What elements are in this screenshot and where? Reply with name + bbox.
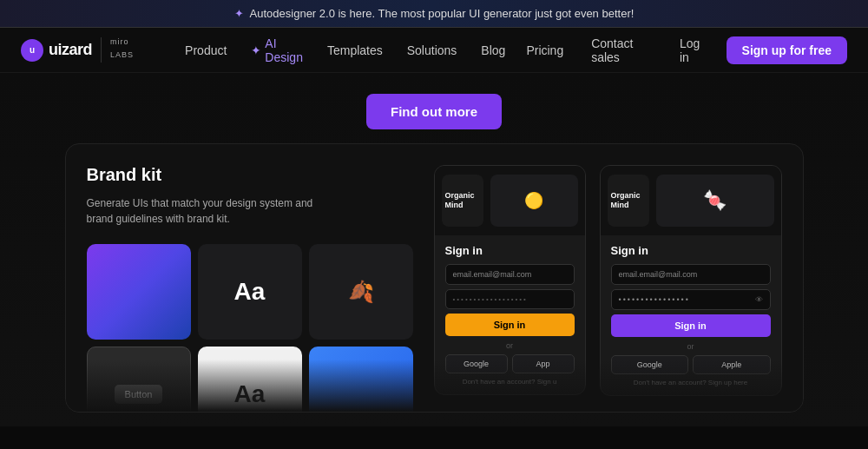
ornament-icon: 🍂 (348, 280, 374, 304)
organic-illustration-large: 🍬 (656, 175, 774, 227)
password-dots-large: •••••••••••••••• (619, 295, 753, 304)
design-card-button-dark: Button (87, 347, 191, 413)
aa-text-white: Aa (234, 380, 266, 408)
social-buttons-small: Google App (445, 354, 575, 373)
brand-kit-section: Brand kit Generate UIs that match your d… (87, 165, 413, 412)
apple-button-small[interactable]: App (512, 354, 575, 373)
signin-button-yellow[interactable]: Sign in (445, 314, 575, 336)
nav-item-solutions[interactable]: Solutions (397, 38, 468, 63)
sparkle-icon: ✦ (234, 7, 244, 20)
signin-email-small: email.email@mail.com (445, 264, 575, 285)
organic-mind-logo-small: Organic Mind (442, 175, 483, 227)
signin-title-large: Sign in (611, 244, 771, 257)
main-content-card: Brand kit Generate UIs that match your d… (65, 143, 804, 413)
signin-password-small: •••••••••••••••••• (445, 289, 575, 309)
brand-kit-description: Generate UIs that match your design syst… (87, 195, 330, 227)
signup-button[interactable]: Sign up for free (727, 36, 847, 64)
eye-icon: 👁 (755, 295, 763, 304)
nav-item-pricing[interactable]: Pricing (516, 38, 574, 63)
design-card-aa-dark: Aa (198, 244, 302, 340)
signin-body-small: Sign in email.email@mail.com •••••••••••… (435, 235, 585, 394)
signin-title-small: Sign in (445, 244, 575, 257)
google-button-small[interactable]: Google (445, 354, 508, 373)
apple-button-large[interactable]: Apple (693, 355, 771, 374)
design-card-purple (87, 244, 191, 340)
logo-text: uizard (49, 41, 92, 59)
no-account-large: Don't have an account? Sign up here (611, 379, 771, 386)
miro-badge: miro LABS (101, 37, 147, 63)
announcement-bar: ✦ Autodesigner 2.0 is here. The most pop… (0, 0, 868, 28)
design-grid: Aa 🍂 Button Aa (87, 244, 413, 413)
nav-item-templates[interactable]: Templates (317, 38, 393, 63)
organic-illustration-small: 🟡 (490, 175, 578, 227)
organic-mind-text-small: Organic Mind (445, 191, 480, 210)
signin-card-small: Organic Mind 🟡 Sign in email.email@mail.… (434, 165, 586, 395)
signin-header-small: Organic Mind 🟡 (435, 166, 585, 235)
nav-item-contact-sales[interactable]: Contact sales (581, 31, 659, 69)
signin-email-large: email.email@mail.com (611, 264, 771, 285)
announcement-text: Autodesigner 2.0 is here. The most popul… (250, 7, 635, 20)
nav-right: Pricing Contact sales Log in Sign up for… (516, 31, 847, 69)
ai-star-icon: ✦ (251, 43, 261, 57)
logo-icon: u (21, 39, 43, 62)
hero-section: Find out more Brand kit Generate UIs tha… (0, 73, 868, 426)
login-button[interactable]: Log in (666, 31, 720, 69)
mini-button-gray: Button (115, 385, 163, 404)
signin-card-large: Organic Mind 🍬 Sign in email.email@mail.… (600, 165, 782, 396)
nav-item-ai-design-label: AI Design (265, 36, 303, 64)
signin-header-large: Organic Mind 🍬 (601, 166, 781, 235)
nav-item-blog[interactable]: Blog (470, 38, 516, 63)
signin-password-field-large: •••••••••••••••• 👁 (611, 289, 771, 310)
organic-mind-logo-large: Organic Mind (608, 175, 649, 227)
design-card-aa-white: Aa (198, 347, 302, 413)
navigation: u uizard miro LABS Product ✦ AI Design T… (0, 28, 868, 73)
nav-item-product[interactable]: Product (174, 38, 237, 63)
design-card-ornament: 🍂 (309, 244, 413, 340)
signin-body-large: Sign in email.email@mail.com •••••••••••… (601, 235, 781, 395)
brand-kit-title: Brand kit (87, 165, 413, 185)
google-button-large[interactable]: Google (611, 355, 689, 374)
nav-links: Product ✦ AI Design Templates Solutions … (174, 31, 516, 69)
mockup-section: Organic Mind 🟡 Sign in email.email@mail.… (434, 165, 782, 412)
nav-item-ai-design[interactable]: ✦ AI Design (240, 31, 313, 69)
logo-area: u uizard miro LABS (21, 37, 147, 63)
or-divider-small: or (445, 341, 575, 350)
social-buttons-large: Google Apple (611, 355, 771, 374)
design-card-blue (309, 347, 413, 413)
aa-text-dark: Aa (234, 278, 266, 306)
uizard-logo[interactable]: u uizard (21, 39, 92, 62)
organic-mind-text-large: Organic Mind (611, 191, 646, 210)
find-out-more-button[interactable]: Find out more (366, 94, 502, 129)
or-divider-large: or (611, 342, 771, 351)
signin-button-purple[interactable]: Sign in (611, 314, 771, 337)
no-account-small: Don't have an account? Sign u (445, 378, 575, 386)
